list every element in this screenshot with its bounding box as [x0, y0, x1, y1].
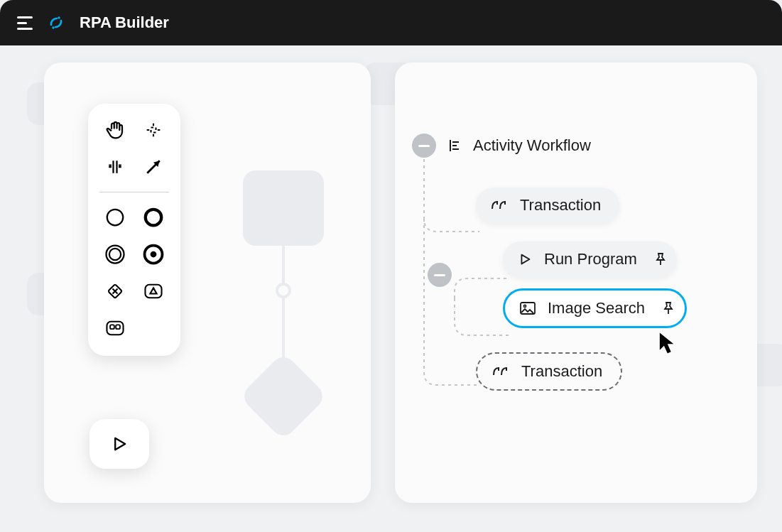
target-tool[interactable] [138, 241, 169, 268]
canvas-connector-dot [276, 283, 291, 298]
circle-tool[interactable] [99, 204, 131, 231]
collapse-child-button[interactable] [428, 263, 452, 287]
app-title: RPA Builder [80, 13, 169, 32]
play-icon [109, 434, 129, 454]
svg-rect-11 [110, 325, 114, 329]
canvas-node-rect[interactable] [243, 170, 324, 246]
transaction-icon [492, 364, 510, 379]
pin-icon [662, 301, 675, 315]
node-label: Image Search [548, 299, 645, 317]
image-search-node[interactable]: Image Search [503, 288, 687, 328]
collapse-root-button[interactable] [412, 134, 436, 158]
svg-point-7 [151, 251, 157, 258]
pin-button[interactable] [662, 301, 675, 315]
transaction-drop-target[interactable]: Transaction [476, 352, 622, 391]
workspace: Activity Workflow Transaction [0, 45, 782, 532]
svg-point-5 [109, 249, 121, 260]
app-logo-icon [47, 13, 65, 32]
svg-point-14 [523, 305, 526, 307]
double-circle-tool[interactable] [99, 241, 131, 268]
grouped-box-tool[interactable] [99, 315, 131, 342]
play-icon [517, 251, 533, 267]
hand-tool[interactable] [99, 116, 131, 143]
transaction-node[interactable]: Transaction [476, 188, 619, 223]
connector-tool[interactable] [138, 153, 169, 180]
transaction-icon [490, 197, 509, 213]
workflow-icon [446, 137, 463, 154]
svg-rect-12 [116, 325, 120, 329]
crop-tool[interactable] [138, 116, 169, 143]
run-program-node[interactable]: Run Program [503, 241, 677, 277]
workflow-tree: Activity Workflow Transaction [408, 134, 750, 158]
svg-point-1 [52, 26, 54, 28]
tool-palette [88, 104, 180, 356]
diamond-tool[interactable] [99, 278, 131, 305]
menu-button[interactable] [17, 16, 33, 30]
canvas-node-diamond[interactable] [239, 352, 327, 440]
image-icon [519, 301, 536, 315]
run-button[interactable] [89, 419, 149, 469]
pin-button[interactable] [654, 252, 667, 266]
svg-point-2 [107, 210, 124, 226]
svg-point-0 [58, 16, 60, 18]
pin-icon [654, 252, 667, 266]
triangle-box-tool[interactable] [138, 278, 169, 305]
node-label: Transaction [521, 362, 602, 381]
circle-bold-tool[interactable] [138, 204, 169, 231]
root-label: Activity Workflow [473, 136, 591, 155]
split-tool[interactable] [99, 153, 131, 180]
svg-rect-10 [107, 322, 123, 335]
node-label: Transaction [520, 196, 601, 215]
app-header: RPA Builder [0, 0, 782, 45]
node-label: Run Program [544, 250, 637, 268]
svg-point-3 [146, 210, 162, 226]
canvas-connector [282, 246, 285, 365]
canvas-panel [44, 63, 371, 503]
workflow-panel: Activity Workflow Transaction [395, 63, 757, 503]
